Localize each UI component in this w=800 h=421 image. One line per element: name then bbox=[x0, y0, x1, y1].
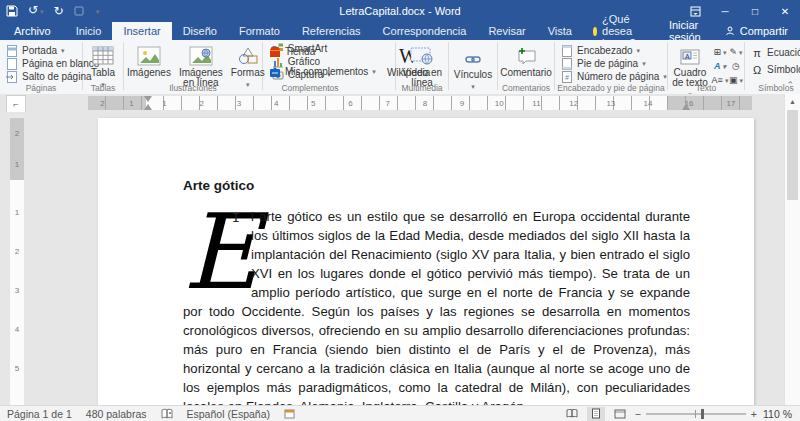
language-indicator[interactable]: Español (España) bbox=[180, 408, 277, 420]
group-complementos: Tienda Mis complementos W Wikipedia Comp… bbox=[263, 40, 395, 94]
tab-archivo[interactable]: Archivo bbox=[0, 22, 65, 40]
print-layout-icon[interactable] bbox=[587, 407, 605, 421]
simbolo-button[interactable]: Ω Símbolo bbox=[751, 64, 800, 76]
lightbulb-icon bbox=[593, 27, 597, 36]
share-button[interactable]: Compartir bbox=[713, 22, 800, 40]
elementos-rapidos-icon[interactable]: ⊞ bbox=[713, 47, 726, 57]
svg-text:#: # bbox=[565, 74, 569, 81]
horizontal-ruler[interactable]: 21 1234567891011121314 1617 bbox=[88, 96, 752, 110]
tab-referencias[interactable]: Referencias bbox=[291, 22, 372, 40]
shapes-icon bbox=[237, 44, 259, 66]
status-bar: Página 1 de 1 480 palabras Español (Espa… bbox=[0, 405, 800, 421]
ruler-text-area: 1234567891011121314 bbox=[146, 96, 668, 110]
text-cursor: I bbox=[232, 210, 240, 225]
group-comentarios: Comentario Comentarios bbox=[498, 40, 554, 94]
video-en-linea-button[interactable]: Vídeo en línea bbox=[396, 42, 448, 88]
zoom-in-icon[interactable]: + bbox=[751, 408, 757, 420]
hanging-indent-marker[interactable] bbox=[144, 104, 152, 110]
zoom-notch bbox=[695, 410, 696, 418]
zoom-out-icon[interactable]: − bbox=[635, 408, 641, 420]
person-icon bbox=[725, 26, 735, 36]
group-encabezado: Encabezado Pie de página # Número de pág… bbox=[555, 40, 667, 94]
group-tablas: Tabla Tablas bbox=[83, 40, 123, 94]
tell-me-box[interactable]: ¿Qué desea hacer? bbox=[583, 22, 657, 40]
tab-diseno[interactable]: Diseño bbox=[172, 22, 228, 40]
tab-vista[interactable]: Vista bbox=[537, 22, 583, 40]
tienda-button[interactable]: Tienda bbox=[269, 46, 376, 58]
online-pictures-icon bbox=[189, 44, 213, 66]
collapse-ribbon-icon[interactable]: ⌃ bbox=[786, 80, 794, 90]
link-icon bbox=[464, 46, 482, 68]
group-ilustraciones: Imágenes Imágenes en línea Formas SmartA… bbox=[124, 40, 262, 94]
zoom-slider[interactable]: − + bbox=[635, 408, 757, 420]
pie-de-pagina-button[interactable]: Pie de página bbox=[561, 58, 663, 70]
page-count[interactable]: Página 1 de 1 bbox=[0, 408, 79, 420]
pagina-en-blanco-button[interactable]: Página en blanco bbox=[6, 58, 78, 70]
document-area: 21 12345 Arte gótico El arte gótico es u… bbox=[0, 112, 800, 405]
wordart-icon[interactable]: A bbox=[714, 61, 726, 71]
linea-de-firma-icon[interactable]: ✎ bbox=[729, 47, 742, 57]
group-texto: A Cuadro de texto ⊞ ✎ A ◷ A≡ ▣ Texto bbox=[668, 40, 744, 94]
group-vinculos: Vínculos bbox=[449, 40, 497, 94]
close-button[interactable]: ✕ bbox=[770, 0, 800, 22]
vertical-scrollbar[interactable]: ▲ bbox=[784, 94, 800, 405]
numero-de-pagina-button[interactable]: # Número de página bbox=[561, 71, 663, 83]
right-indent-marker[interactable] bbox=[682, 104, 690, 110]
macro-record-icon[interactable] bbox=[277, 409, 302, 419]
vruler-margin: 21 bbox=[10, 118, 24, 180]
body-paragraph: El arte gótico es un estilo que se desar… bbox=[183, 207, 690, 405]
table-icon bbox=[92, 44, 114, 66]
document-page[interactable]: Arte gótico El arte gótico es un estilo … bbox=[98, 118, 754, 405]
new-comment-icon bbox=[514, 44, 538, 66]
ribbon-tab-row: Archivo Inicio Insertar Diseño Formato R… bbox=[0, 22, 800, 40]
picture-icon bbox=[137, 44, 161, 66]
word-count[interactable]: 480 palabras bbox=[79, 408, 154, 420]
omega-icon: Ω bbox=[751, 64, 763, 76]
ribbon: Portada Página en blanco Salto de página… bbox=[0, 40, 800, 95]
scroll-up-icon[interactable]: ▲ bbox=[785, 94, 800, 108]
zoom-thumb[interactable] bbox=[701, 409, 704, 419]
read-mode-icon[interactable] bbox=[563, 407, 581, 421]
group-paginas: Portada Página en blanco Salto de página… bbox=[0, 40, 82, 94]
zoom-percentage[interactable]: 110 % bbox=[763, 408, 792, 420]
text-column[interactable]: Arte gótico El arte gótico es un estilo … bbox=[183, 178, 690, 405]
mis-complementos-button[interactable]: Mis complementos bbox=[269, 66, 376, 78]
heading-arte-gotico: Arte gótico bbox=[183, 178, 690, 193]
vertical-ruler[interactable]: 21 12345 bbox=[10, 118, 24, 405]
zoom-track[interactable] bbox=[646, 413, 746, 415]
svg-text:A: A bbox=[685, 53, 690, 60]
first-line-indent-marker[interactable] bbox=[144, 96, 152, 102]
encabezado-button[interactable]: Encabezado bbox=[561, 45, 663, 57]
vinculos-button[interactable]: Vínculos bbox=[449, 42, 497, 92]
portada-button[interactable]: Portada bbox=[6, 45, 78, 57]
tab-selector[interactable]: ⌐ bbox=[6, 95, 26, 113]
ruler-left-margin: 21 bbox=[88, 96, 146, 110]
minimize-button[interactable]: ─ bbox=[710, 0, 740, 22]
salto-de-pagina-button[interactable]: Salto de página bbox=[6, 71, 78, 83]
ecuacion-button[interactable]: π Ecuación bbox=[751, 47, 800, 59]
online-video-icon bbox=[410, 44, 434, 66]
tab-insertar[interactable]: Insertar bbox=[112, 22, 171, 40]
tab-inicio[interactable]: Inicio bbox=[65, 22, 113, 40]
group-multimedia: Vídeo en línea Multimedia bbox=[396, 40, 448, 94]
web-layout-icon[interactable] bbox=[611, 407, 629, 421]
tab-formato[interactable]: Formato bbox=[228, 22, 291, 40]
vruler-body: 12345 bbox=[10, 180, 24, 405]
pi-icon: π bbox=[751, 47, 763, 59]
comentario-button[interactable]: Comentario bbox=[498, 42, 554, 78]
maximize-button[interactable]: □ bbox=[740, 0, 770, 22]
text-box-icon: A bbox=[680, 44, 700, 66]
ruler-row: ⌐ 21 1234567891011121314 1617 bbox=[0, 94, 800, 112]
fecha-y-hora-icon[interactable]: ◷ bbox=[732, 61, 740, 71]
ruler-right-margin: 1617 bbox=[668, 96, 752, 110]
tab-correspondencia[interactable]: Correspondencia bbox=[372, 22, 478, 40]
proofing-icon[interactable] bbox=[154, 408, 180, 419]
tab-revisar[interactable]: Revisar bbox=[477, 22, 536, 40]
scrollbar-thumb[interactable] bbox=[787, 110, 798, 200]
